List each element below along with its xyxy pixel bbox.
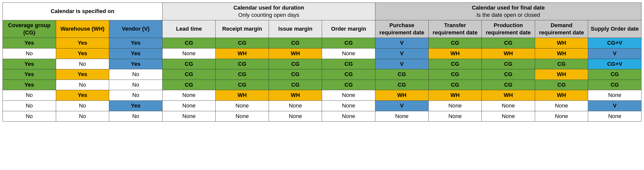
header-specified-on: Calendar is specified on	[3, 3, 163, 20]
table-cell: CG	[216, 69, 269, 80]
header-final: Calendar used for final date Is the date…	[375, 3, 641, 20]
table-cell: CG	[322, 80, 375, 90]
table-cell: No	[109, 69, 163, 80]
table-cell: None	[428, 100, 482, 111]
table-cell: None	[269, 100, 322, 111]
table-cell: None	[482, 100, 535, 111]
table-cell: No	[3, 100, 56, 111]
table-cell: None	[162, 48, 216, 59]
table-cell: V	[375, 59, 429, 69]
table-cell: WH	[375, 90, 429, 101]
table-cell: No	[56, 111, 109, 122]
table-cell: None	[322, 111, 375, 122]
table-cell: No	[56, 59, 109, 69]
header-specified-on-title: Calendar is specified on	[51, 8, 114, 14]
table-cell: CG	[428, 69, 482, 80]
col-supply: Supply Order date	[588, 20, 641, 38]
table-cell: WH	[216, 90, 269, 101]
table-cell: No	[3, 90, 56, 101]
table-cell: None	[216, 100, 269, 111]
col-lead: Lead time	[162, 20, 216, 38]
table-cell: WH	[535, 48, 588, 59]
table-cell: None	[216, 111, 269, 122]
table-cell: No	[109, 90, 163, 101]
header-final-title: Calendar used for final date	[376, 4, 640, 12]
table-cell: CG	[216, 38, 269, 48]
table-cell: None	[588, 90, 641, 101]
col-order: Order margin	[322, 20, 375, 38]
table-cell: No	[56, 100, 109, 111]
table-cell: V	[588, 48, 641, 59]
col-v: Vendor (V)	[109, 20, 163, 38]
table-cell: CG	[482, 59, 535, 69]
col-wh: Warehouse (WH)	[56, 20, 109, 38]
table-cell: CG	[322, 38, 375, 48]
table-cell: None	[535, 111, 588, 122]
table-cell: CG	[535, 59, 588, 69]
table-cell: None	[588, 111, 641, 122]
table-row: NoYesYesNoneWHWHNoneVWHWHWHV	[3, 48, 641, 59]
table-cell: CG+V	[588, 59, 641, 69]
table-row: NoNoNoNoneNoneNoneNoneNoneNoneNoneNoneNo…	[3, 111, 641, 122]
header-duration-sub: Only counting open days	[164, 12, 374, 19]
col-cg: Coverage group (CG)	[3, 20, 56, 38]
table-cell: CG	[428, 38, 482, 48]
table-cell: None	[322, 48, 375, 59]
table-cell: No	[56, 80, 109, 90]
table-cell: WH	[269, 48, 322, 59]
table-row: YesYesYesCGCGCGCGVCGCGWHCG+V	[3, 38, 641, 48]
header-final-sub: Is the date open or closed	[376, 12, 640, 19]
table-cell: WH	[482, 90, 535, 101]
header-duration-title: Calendar used for duration	[164, 4, 374, 12]
table-cell: CG	[216, 80, 269, 90]
table-cell: None	[375, 111, 429, 122]
table-cell: Yes	[3, 59, 56, 69]
header-duration: Calendar used for duration Only counting…	[162, 3, 375, 20]
table-cell: WH	[269, 90, 322, 101]
table-cell: WH	[535, 38, 588, 48]
calendar-matrix-table: Calendar is specified on Calendar used f…	[3, 3, 641, 122]
table-cell: Yes	[56, 90, 109, 101]
table-cell: WH	[535, 69, 588, 80]
table-cell: Yes	[56, 38, 109, 48]
table-cell: No	[3, 111, 56, 122]
table-cell: CG	[162, 59, 216, 69]
table-cell: WH	[428, 48, 482, 59]
table-cell: None	[162, 100, 216, 111]
table-cell: Yes	[109, 48, 163, 59]
table-cell: V	[375, 38, 429, 48]
table-cell: CG	[588, 80, 641, 90]
table-cell: CG	[482, 69, 535, 80]
table-cell: WH	[428, 90, 482, 101]
table-cell: CG	[535, 80, 588, 90]
table-cell: None	[535, 100, 588, 111]
col-receipt: Receipt margin	[216, 20, 269, 38]
col-production: Production requirement date	[482, 20, 535, 38]
table-cell: CG	[162, 80, 216, 90]
table-cell: None	[162, 111, 216, 122]
table-cell: CG+V	[588, 38, 641, 48]
col-demand: Demand requirement date	[535, 20, 588, 38]
table-cell: None	[269, 111, 322, 122]
table-cell: CG	[375, 69, 429, 80]
table-cell: V	[375, 100, 429, 111]
table-cell: CG	[216, 59, 269, 69]
table-cell: No	[109, 80, 163, 90]
table-cell: CG	[375, 80, 429, 90]
table-cell: WH	[535, 90, 588, 101]
table-cell: CG	[269, 59, 322, 69]
table-cell: Yes	[56, 69, 109, 80]
table-cell: CG	[269, 69, 322, 80]
table-cell: Yes	[56, 48, 109, 59]
table-cell: V	[375, 48, 429, 59]
table-row: YesNoNoCGCGCGCGCGCGCGCGCG	[3, 80, 641, 90]
table-cell: Yes	[3, 80, 56, 90]
table-cell: V	[588, 100, 641, 111]
table-cell: WH	[216, 48, 269, 59]
table-header-row-1: Calendar is specified on Calendar used f…	[3, 3, 641, 20]
table-cell: Yes	[3, 38, 56, 48]
col-issue: Issue margin	[269, 20, 322, 38]
table-cell: None	[322, 100, 375, 111]
table-cell: CG	[322, 69, 375, 80]
table-cell: Yes	[109, 38, 163, 48]
